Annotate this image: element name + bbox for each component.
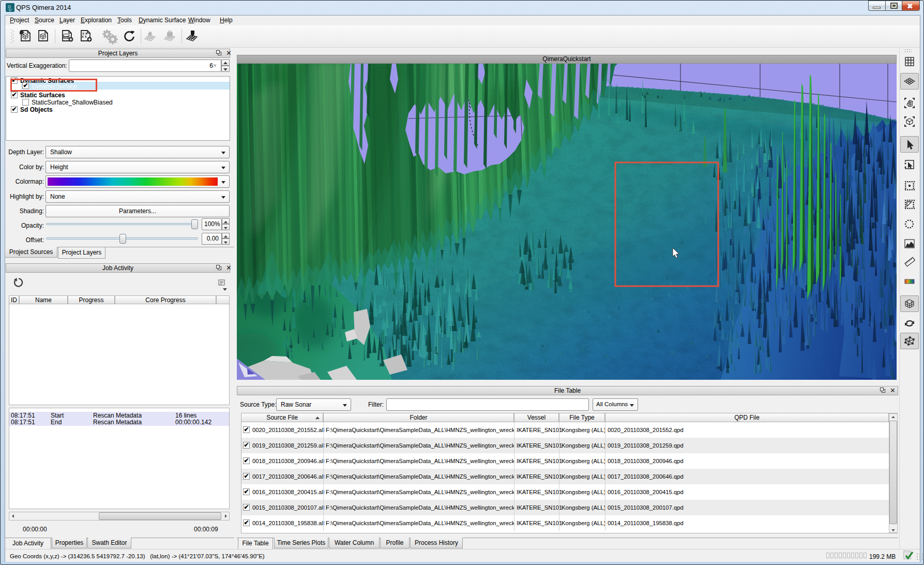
svg-text:x x: x x — [82, 35, 87, 38]
svg-text:Q: Q — [8, 4, 11, 9]
